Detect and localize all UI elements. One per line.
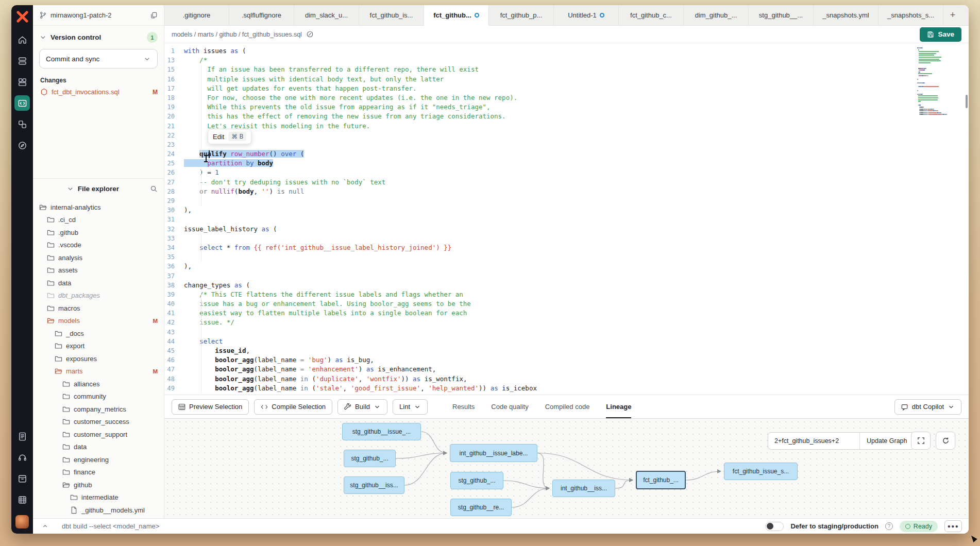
tree-item[interactable]: analysis: [33, 251, 164, 264]
tree-item[interactable]: _docs: [33, 327, 164, 340]
tree-item[interactable]: .ci_cd: [33, 214, 164, 227]
code-line[interactable]: 40 issue has a bug or enhancement label.…: [164, 299, 969, 309]
code-line[interactable]: 13 /*: [164, 56, 969, 65]
code-line[interactable]: 22: [164, 131, 969, 140]
code-line[interactable]: 41 easiest way to flatten multiple label…: [164, 309, 969, 318]
tree-item[interactable]: data: [33, 441, 164, 454]
code-line[interactable]: 45 issue_id,: [164, 346, 969, 355]
code-line[interactable]: 29: [164, 196, 969, 206]
code-line[interactable]: 37: [164, 271, 969, 281]
help-icon[interactable]: ?: [885, 522, 893, 530]
changed-file-item[interactable]: fct_dbt_invocations.sql M: [33, 86, 164, 98]
tree-item[interactable]: export: [33, 340, 164, 353]
code-editor[interactable]: 1with issues as (13 /*15 If an issue has…: [164, 43, 969, 395]
code-line[interactable]: 42 issue. */: [164, 318, 969, 327]
build-button[interactable]: Build: [337, 399, 387, 415]
edit-popup[interactable]: Edit ⌘ B: [208, 129, 251, 144]
tree-item[interactable]: intermediate: [33, 491, 164, 504]
panel-tab-compiled-code[interactable]: Compiled code: [545, 395, 590, 418]
panel-tab-code-quality[interactable]: Code quality: [491, 395, 528, 418]
minimap[interactable]: [917, 47, 961, 116]
commit-and-sync-dropdown[interactable]: Commit and sync: [39, 49, 158, 69]
refresh-button[interactable]: [936, 432, 955, 450]
tree-item[interactable]: alliances: [33, 378, 164, 390]
code-line[interactable]: 28 or nullif(body, '') is null: [164, 187, 969, 196]
code-line[interactable]: 33: [164, 234, 969, 243]
code-line[interactable]: 23: [164, 140, 969, 149]
dbt-copilot-button[interactable]: dbt Copilot: [894, 399, 961, 415]
lineage-node[interactable]: fct_github_issue_s...: [724, 463, 798, 480]
lineage-node[interactable]: stg_github__re...: [450, 499, 512, 516]
lineage-node[interactable]: stg_github__issue_...: [342, 423, 421, 440]
editor-tab[interactable]: _snapshots_s...: [878, 5, 943, 25]
collapse-command-bar-button[interactable]: [33, 523, 57, 530]
environments-icon[interactable]: [14, 53, 30, 69]
editor-tab[interactable]: dim_github_...: [684, 5, 749, 25]
editor-icon[interactable]: [14, 95, 30, 111]
editor-tab[interactable]: Untitled-1: [554, 5, 619, 25]
dashboards-icon[interactable]: [14, 74, 30, 90]
dbt-logo-icon[interactable]: [15, 10, 29, 24]
lineage-node[interactable]: stg_github_...: [450, 472, 503, 489]
editor-tab[interactable]: stg_github__...: [749, 5, 814, 25]
more-options-button[interactable]: ●●●: [944, 520, 962, 532]
code-line[interactable]: 34 select * from {{ ref('int_github__iss…: [164, 243, 969, 252]
tree-item[interactable]: dbt_packages: [33, 289, 164, 302]
notes-icon[interactable]: [14, 429, 30, 444]
defer-toggle[interactable]: [765, 522, 784, 531]
lint-button[interactable]: Lint: [393, 399, 428, 415]
tree-item[interactable]: customer_success: [33, 416, 164, 429]
tree-item[interactable]: macros: [33, 302, 164, 315]
code-line[interactable]: 25 partition by body: [164, 159, 969, 168]
lineage-node[interactable]: stg_github_...: [344, 450, 396, 467]
code-line[interactable]: 48 boolor_agg(label_name in ('duplicate'…: [164, 374, 969, 384]
code-line[interactable]: 1with issues as (: [164, 46, 969, 56]
tree-item[interactable]: community: [33, 390, 164, 403]
projects-icon[interactable]: [14, 492, 30, 507]
code-line[interactable]: 15 If an issue has been transferred to a…: [164, 65, 969, 74]
support-icon[interactable]: [14, 450, 30, 465]
tree-item[interactable]: modelsM: [33, 315, 164, 328]
panel-tab-results[interactable]: Results: [452, 395, 475, 418]
version-control-header[interactable]: Version control 1: [33, 26, 164, 46]
update-graph-button[interactable]: Update Graph: [860, 433, 914, 449]
model-actions-icon[interactable]: [306, 30, 314, 38]
code-line[interactable]: 18 For now, choose the one with more rec…: [164, 93, 969, 103]
code-line[interactable]: 36),: [164, 262, 969, 271]
tree-item[interactable]: data: [33, 277, 164, 289]
preview-selection-button[interactable]: Preview Selection: [172, 399, 249, 415]
file-explorer-header[interactable]: File explorer: [33, 179, 164, 197]
selector-input[interactable]: 2+fct_github_issues+2: [768, 433, 860, 449]
editor-tab[interactable]: fct_github_is...: [359, 5, 424, 25]
lineage-node[interactable]: int_github__issue_labe...: [450, 444, 537, 462]
tree-item[interactable]: exposures: [33, 352, 164, 365]
code-line[interactable]: 20 this has the effect of removing the n…: [164, 112, 969, 121]
tree-item[interactable]: .vscode: [33, 239, 164, 252]
code-line[interactable]: 19 While this prevents the old issue fro…: [164, 103, 969, 112]
lineage-node-selected[interactable]: fct_github_...: [636, 471, 686, 489]
search-icon[interactable]: [150, 185, 158, 193]
code-line[interactable]: 44 select: [164, 337, 969, 346]
save-button[interactable]: Save: [920, 27, 961, 42]
code-line[interactable]: 24 qualify row_number() over (: [164, 149, 969, 159]
tree-item[interactable]: _github__models.yml: [33, 504, 164, 517]
tree-item[interactable]: github: [33, 479, 164, 491]
editor-tab[interactable]: .sqlfluffignore: [229, 5, 294, 25]
lineage-node[interactable]: stg_github__iss...: [344, 476, 404, 494]
explore-icon[interactable]: [14, 138, 30, 153]
code-line[interactable]: 31: [164, 215, 969, 224]
new-tab-button[interactable]: +: [943, 5, 962, 25]
editor-tab[interactable]: fct_github_c...: [619, 5, 684, 25]
code-line[interactable]: 16 multiple issues with identical body t…: [164, 75, 969, 84]
orchestration-icon[interactable]: [14, 116, 30, 132]
code-line[interactable]: 27 -- don't try deduping issues with no …: [164, 178, 969, 187]
tree-item[interactable]: .github: [33, 226, 164, 239]
code-line[interactable]: 47 boolor_agg(label_name = 'enhancement'…: [164, 365, 969, 374]
fullscreen-button[interactable]: [911, 432, 931, 450]
home-icon[interactable]: [14, 32, 30, 47]
code-line[interactable]: 43: [164, 328, 969, 337]
copy-icon[interactable]: [150, 11, 158, 19]
panel-tab-lineage[interactable]: Lineage: [606, 395, 631, 418]
tree-item[interactable]: engineering: [33, 453, 164, 466]
code-line[interactable]: 26 ) = 1: [164, 168, 969, 177]
